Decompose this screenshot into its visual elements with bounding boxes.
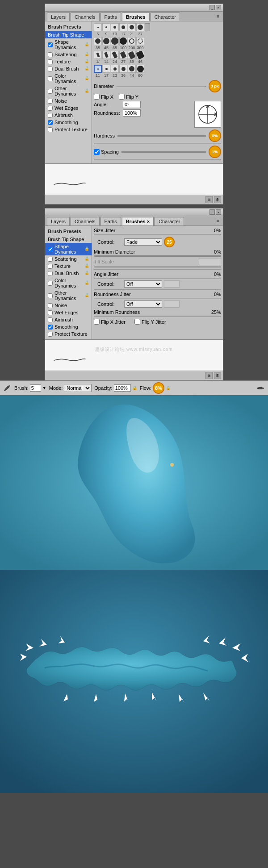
- other-dynamics-checkbox[interactable]: [48, 89, 53, 94]
- close-button-2[interactable]: ×: [216, 209, 221, 215]
- tab-character-1[interactable]: Character: [151, 13, 180, 21]
- hardness-value[interactable]: 0%: [209, 129, 221, 142]
- sidebar-item-noise[interactable]: Noise: [45, 97, 92, 104]
- control-roundness-select[interactable]: Off Fade Pen Pressure: [124, 300, 162, 308]
- shape-dynamics-checkbox[interactable]: [48, 42, 53, 47]
- tab-channels-1[interactable]: Channels: [71, 13, 99, 21]
- sidebar-item2-wet-edges[interactable]: Wet Edges: [45, 309, 92, 316]
- brush-cell[interactable]: [111, 51, 119, 59]
- sidebar-item2-airbrush[interactable]: Airbrush: [45, 316, 92, 323]
- dual-brush-checkbox[interactable]: [48, 67, 53, 71]
- sidebar-item-texture[interactable]: Texture 🔒: [45, 58, 92, 65]
- scattering-checkbox[interactable]: [48, 52, 53, 57]
- brush-cell[interactable]: [111, 65, 119, 73]
- sidebar-item2-shape-dynamics[interactable]: Shape Dynamics 🔒: [45, 243, 92, 255]
- brush-tool-icon[interactable]: [3, 384, 12, 392]
- shape-dynamics-checkbox-2[interactable]: [48, 247, 53, 252]
- brush-cell[interactable]: [136, 23, 144, 31]
- brush-cell[interactable]: [94, 51, 102, 59]
- tab-character-2[interactable]: Character: [155, 217, 184, 225]
- control-angle-select[interactable]: Off Fade Pen Pressure: [124, 280, 162, 288]
- minimize-button-1[interactable]: _: [209, 5, 215, 10]
- airbrush-checkbox[interactable]: [48, 113, 53, 118]
- airbrush-checkbox-2[interactable]: [48, 317, 53, 322]
- hardness-slider-bar[interactable]: [94, 143, 221, 144]
- brush-cell[interactable]: [128, 65, 136, 73]
- brush-cell[interactable]: [102, 51, 110, 59]
- brush-cell[interactable]: [128, 37, 136, 45]
- opacity-lock-icon[interactable]: 🔒: [132, 386, 137, 390]
- spacing-value[interactable]: 1%: [209, 146, 221, 158]
- sidebar-item2-brush-tip-shape[interactable]: Brush Tip Shape: [45, 236, 92, 243]
- roundness-jitter-slider[interactable]: [94, 298, 221, 299]
- wet-edges-checkbox[interactable]: [48, 106, 53, 111]
- brush-cell[interactable]: [119, 51, 127, 59]
- panel-trash-icon-2[interactable]: 🗑: [214, 372, 221, 379]
- brush-cell[interactable]: [102, 23, 110, 31]
- scattering-checkbox-2[interactable]: [48, 257, 53, 262]
- sidebar-item-wet-edges[interactable]: Wet Edges: [45, 104, 92, 112]
- sidebar-item2-other-dynamics[interactable]: Other Dynamics 🔒: [45, 289, 92, 302]
- brush-cell[interactable]: [119, 65, 127, 73]
- brush-dropdown-icon[interactable]: ▼: [42, 386, 46, 390]
- sidebar-item2-scattering[interactable]: Scattering 🔒: [45, 255, 92, 263]
- sidebar-item-dual-brush[interactable]: Dual Brush 🔒: [45, 65, 92, 72]
- airbrush-tool-icon[interactable]: [256, 384, 265, 392]
- brush-cell[interactable]: [119, 37, 127, 45]
- angle-jitter-slider[interactable]: [94, 278, 221, 279]
- sidebar-item-smoothing[interactable]: Smoothing: [45, 119, 92, 126]
- panel-trash-icon-1[interactable]: 🗑: [214, 196, 221, 203]
- wet-edges-checkbox-2[interactable]: [48, 310, 53, 315]
- roundness-input[interactable]: [123, 109, 141, 117]
- brush-cell[interactable]: [136, 51, 144, 59]
- flip-y-jitter-checkbox[interactable]: [134, 319, 140, 325]
- opacity-input[interactable]: [114, 384, 131, 392]
- dual-brush-checkbox-2[interactable]: [48, 271, 53, 276]
- protect-texture-checkbox-2[interactable]: [48, 332, 53, 337]
- fade-value[interactable]: 25: [164, 237, 175, 247]
- sidebar-item2-dual-brush[interactable]: Dual Brush 🔒: [45, 270, 92, 277]
- sidebar-item-scattering[interactable]: Scattering 🔒: [45, 51, 92, 58]
- tab-layers-2[interactable]: Layers: [47, 217, 70, 225]
- angle-input[interactable]: [123, 101, 141, 108]
- brush-cell[interactable]: [102, 65, 110, 73]
- control-roundness-input[interactable]: [164, 300, 180, 308]
- sidebar-item2-texture[interactable]: Texture 🔒: [45, 263, 92, 270]
- sidebar-item2-protect-texture[interactable]: Protect Texture: [45, 330, 92, 338]
- brush-cell[interactable]: [128, 23, 136, 31]
- color-dynamics-checkbox-2[interactable]: [48, 281, 53, 286]
- brush-cell[interactable]: [94, 37, 102, 45]
- brush-cell[interactable]: [94, 23, 102, 31]
- brush-cell[interactable]: [128, 51, 136, 59]
- panel-option-icon-1[interactable]: ⊞: [205, 196, 213, 203]
- control-fade-select[interactable]: Fade Off Pen Pressure Pen Tilt: [124, 238, 162, 246]
- brush-cell-selected[interactable]: [94, 65, 102, 73]
- brush-cell[interactable]: [111, 23, 119, 31]
- sidebar-item2-noise[interactable]: Noise: [45, 302, 92, 309]
- flip-x-jitter-checkbox[interactable]: [94, 319, 100, 325]
- brush-cell[interactable]: [111, 37, 119, 45]
- hardness-slider[interactable]: [117, 135, 206, 137]
- flow-lock-icon[interactable]: 🔒: [166, 386, 171, 390]
- texture-checkbox[interactable]: [48, 59, 53, 64]
- scroll-bar-1[interactable]: [145, 23, 150, 31]
- flip-x-checkbox[interactable]: [94, 94, 100, 100]
- tilt-scale-slider[interactable]: [94, 266, 221, 267]
- spacing-checkbox[interactable]: [94, 149, 100, 155]
- min-roundness-slider[interactable]: [94, 316, 221, 317]
- panel-menu-1[interactable]: ≡: [215, 13, 221, 21]
- noise-checkbox-2[interactable]: [48, 303, 53, 308]
- tilt-scale-input[interactable]: [199, 258, 221, 265]
- close-button-1[interactable]: ×: [216, 5, 221, 10]
- sidebar-item-shape-dynamics[interactable]: Shape Dynamics 🔒: [45, 38, 92, 51]
- brush-cell[interactable]: [102, 37, 110, 45]
- brush-cell[interactable]: [136, 37, 144, 45]
- size-jitter-slider[interactable]: [94, 234, 221, 235]
- protect-texture-checkbox[interactable]: [48, 127, 53, 132]
- noise-checkbox[interactable]: [48, 99, 53, 104]
- sidebar-item-protect-texture[interactable]: Protect Texture: [45, 126, 92, 133]
- spacing-slider-bar[interactable]: [94, 159, 221, 160]
- tab-paths-2[interactable]: Paths: [100, 217, 121, 225]
- brush-cell[interactable]: [119, 23, 127, 31]
- color-dynamics-checkbox[interactable]: [48, 76, 53, 81]
